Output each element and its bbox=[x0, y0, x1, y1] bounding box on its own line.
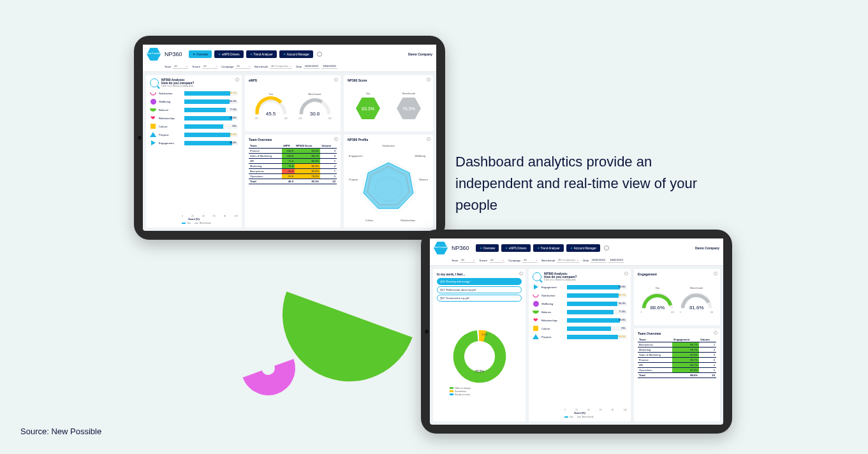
gauge-you: You 45.5 -100100 bbox=[254, 92, 288, 120]
theme-row[interactable]: Engagement 88.8% bbox=[533, 284, 627, 290]
svg-text:4.5%: 4.5% bbox=[482, 333, 487, 336]
filter-tenure[interactable]: TenureAll bbox=[192, 64, 217, 69]
table-row[interactable]: Operations82.0%5 bbox=[638, 368, 716, 373]
filter-date[interactable]: Date01/01/202210/02/2022 bbox=[583, 258, 624, 263]
card-np360-profile: i NP360 Profile Satisfaction Wellbeing bbox=[344, 135, 433, 228]
chart-x-label: Score (%) bbox=[533, 412, 627, 414]
nav-overview[interactable]: ✦Overview bbox=[189, 50, 212, 58]
info-icon[interactable]: i bbox=[427, 137, 430, 141]
theme-bar: 77.8% bbox=[567, 310, 627, 314]
square-icon bbox=[150, 123, 156, 129]
theme-row[interactable]: Wellbeing 84.3% bbox=[150, 98, 238, 105]
table-row[interactable]: Finance90.7%3 bbox=[638, 358, 716, 363]
info-icon[interactable]: i bbox=[714, 331, 717, 335]
question-pill[interactable]: Q21 "Enthusiastic about my job" bbox=[437, 286, 522, 293]
theme-label: Engagement bbox=[159, 142, 182, 145]
filter-date[interactable]: Date01/01/202210/02/2022 bbox=[296, 64, 337, 69]
help-icon[interactable]: i bbox=[317, 52, 322, 57]
theme-row[interactable]: Balance 77.8% bbox=[533, 309, 627, 315]
table-row[interactable]: Finance100.094.3%3 bbox=[249, 149, 337, 154]
help-icon[interactable]: i bbox=[604, 245, 609, 251]
theme-bar: 84.3% bbox=[567, 302, 627, 306]
theme-bar: 85.7% bbox=[567, 293, 627, 298]
app-title: NP360 bbox=[165, 51, 182, 57]
filter-bar: TeamAll TenureAll CampaignAll BenchmarkA… bbox=[430, 256, 723, 266]
chart-x-ticks: 020406080100 bbox=[533, 409, 627, 411]
table-row[interactable]: Operations20.073.0%5 bbox=[249, 174, 337, 179]
filter-campaign[interactable]: CampaignAll bbox=[221, 64, 251, 69]
gauge-you: You 88.6% 0100 bbox=[640, 286, 675, 314]
circle-icon bbox=[150, 98, 156, 105]
theme-row[interactable]: Purpose 85.6% bbox=[533, 333, 627, 340]
filter-team[interactable]: TeamAll bbox=[165, 64, 188, 69]
table-total-row: Total88.6%22 bbox=[638, 373, 716, 378]
theme-row[interactable]: Engagement 88.8% bbox=[150, 140, 238, 146]
donut-chart: 95.5% 4.5% Often to always Sometimes Rar… bbox=[437, 303, 522, 418]
filter-benchmark[interactable]: BenchmarkAll Companies bbox=[541, 258, 579, 263]
theme-bar: 73% bbox=[567, 326, 627, 331]
theme-label: Culture bbox=[541, 327, 564, 330]
nav-trend-analyser[interactable]: ✦Trend Analyser bbox=[533, 244, 564, 252]
theme-bar: 77.8% bbox=[184, 108, 238, 112]
score-benchmark: Benchmark76.5% bbox=[397, 92, 421, 121]
chart-x-label: Score (%) bbox=[150, 218, 238, 221]
tablet-camera bbox=[138, 136, 142, 140]
app-header: New Possible NP360 ✦Overview ✦eNPS Drive… bbox=[430, 238, 723, 256]
tablet-camera bbox=[425, 330, 429, 333]
table-row[interactable]: Sales & Marketing92.6%3 bbox=[638, 353, 716, 358]
star-icon: ✦ bbox=[537, 246, 540, 250]
info-icon[interactable]: i bbox=[235, 78, 239, 82]
info-icon[interactable]: i bbox=[519, 272, 523, 275]
filter-team[interactable]: TeamAll bbox=[452, 258, 475, 263]
theme-label: Relationships bbox=[159, 117, 182, 120]
theme-row[interactable]: Balance 77.8% bbox=[150, 106, 238, 113]
nav-trend-analyser[interactable]: ✦Trend Analyser bbox=[246, 50, 277, 58]
table-row[interactable]: Anonymous96.7%2 bbox=[638, 342, 716, 348]
info-icon[interactable]: i bbox=[334, 78, 338, 82]
table-row[interactable]: Anonymous-50.082.6%2 bbox=[249, 169, 337, 174]
nav-enps-drivers[interactable]: ✦eNPS Drivers bbox=[501, 244, 530, 252]
nav-enps-drivers[interactable]: ✦eNPS Drivers bbox=[214, 50, 243, 58]
theme-bar: 73% bbox=[184, 124, 238, 129]
info-icon[interactable]: i bbox=[624, 272, 628, 275]
theme-row[interactable]: Purpose 85.6% bbox=[150, 131, 238, 138]
table-row[interactable]: Marketing75.082.0%4 bbox=[249, 164, 337, 169]
company-label: Demo Company bbox=[408, 52, 432, 56]
chart-x-ticks: 020406080100 bbox=[150, 215, 238, 217]
star-icon: ✦ bbox=[570, 246, 573, 250]
table-row[interactable]: HR84.7%4 bbox=[638, 363, 716, 368]
nav-overview[interactable]: ✦Overview bbox=[476, 244, 499, 252]
theme-bar: 85.6% bbox=[567, 335, 627, 339]
theme-row[interactable]: ❤ Relationships 88.8% bbox=[533, 317, 627, 323]
nav-account-manager[interactable]: ✦Account Manager bbox=[566, 244, 600, 252]
table-row[interactable]: Marketing93.7%4 bbox=[638, 348, 716, 353]
table-row[interactable]: Sales & Marketing100.090.7%3 bbox=[249, 154, 337, 159]
search-icon bbox=[150, 78, 159, 87]
theme-row[interactable]: Satisfaction 85.7% bbox=[533, 292, 627, 298]
filter-benchmark[interactable]: BenchmarkAll Companies bbox=[254, 64, 292, 69]
theme-row[interactable]: Culture 73% bbox=[533, 325, 627, 332]
question-pill[interactable]: Q20 "Bursting with energy" bbox=[437, 278, 522, 285]
theme-label: Engagement bbox=[541, 286, 564, 289]
tablet-device-1: New Possible NP360 ✦Overview ✦eNPS Drive… bbox=[134, 36, 445, 240]
card-title: Team Overview bbox=[249, 138, 337, 142]
radar-chart: Satisfaction Wellbeing Balance Relations… bbox=[348, 143, 429, 224]
theme-bar: 88.8% bbox=[567, 285, 627, 289]
info-icon[interactable]: i bbox=[714, 272, 717, 275]
filter-tenure[interactable]: TenureAll bbox=[479, 258, 504, 263]
nav-account-manager[interactable]: ✦Account Manager bbox=[279, 50, 313, 58]
info-icon[interactable]: i bbox=[427, 78, 430, 82]
table-row[interactable]: HR71.486.3%5 bbox=[249, 159, 337, 164]
theme-row[interactable]: ❤ Relationships 88.8% bbox=[150, 115, 238, 121]
brand-logo-icon: New Possible bbox=[147, 47, 161, 61]
filter-campaign[interactable]: CampaignAll bbox=[508, 258, 538, 263]
smile-icon bbox=[150, 90, 156, 96]
chart-legend: YouBenchmark bbox=[533, 416, 627, 418]
theme-row[interactable]: Culture 73% bbox=[150, 123, 238, 129]
question-pill[interactable]: Q22 "Immersed in my job" bbox=[437, 295, 522, 302]
theme-row[interactable]: Satisfaction 85.7% bbox=[150, 90, 238, 96]
info-icon[interactable]: i bbox=[334, 137, 338, 141]
table-total-row: Total45.583.3%22 bbox=[249, 179, 337, 184]
theme-row[interactable]: Wellbeing 84.3% bbox=[533, 300, 627, 307]
theme-bar: 85.7% bbox=[184, 91, 238, 96]
